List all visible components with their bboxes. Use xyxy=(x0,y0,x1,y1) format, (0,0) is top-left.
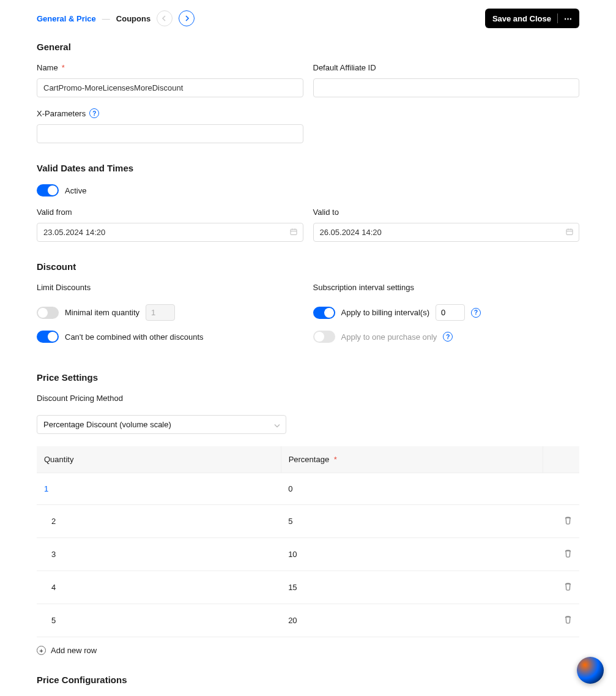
calendar-icon[interactable] xyxy=(290,228,297,237)
breadcrumb-separator: — xyxy=(102,14,110,23)
name-input[interactable] xyxy=(37,78,303,97)
save-close-label: Save and Close xyxy=(492,14,551,23)
limit-discounts-label: Limit Discounts xyxy=(37,283,303,292)
xparams-input[interactable] xyxy=(37,124,303,143)
help-icon[interactable]: ? xyxy=(443,332,453,342)
add-row-button[interactable]: + Add new row xyxy=(37,646,579,655)
section-general-title: General xyxy=(37,42,579,52)
valid-from-input[interactable] xyxy=(37,223,303,242)
button-divider xyxy=(557,13,558,23)
percentage-cell[interactable]: 20 xyxy=(281,604,543,637)
help-icon[interactable]: ? xyxy=(471,308,481,318)
breadcrumb: General & Price — Coupons xyxy=(37,10,195,26)
breadcrumb-coupons[interactable]: Coupons xyxy=(116,14,150,23)
name-label: Name * xyxy=(37,63,303,72)
apply-one-toggle xyxy=(313,331,335,343)
table-row[interactable]: 310 xyxy=(37,538,579,571)
calendar-icon[interactable] xyxy=(566,228,573,237)
section-valid-dates-title: Valid Dates and Times xyxy=(37,163,579,173)
valid-from-label: Valid from xyxy=(37,208,303,217)
section-price-configs-title: Price Configurations xyxy=(37,675,579,685)
table-row[interactable]: 25 xyxy=(37,505,579,538)
quantity-cell[interactable]: 5 xyxy=(37,604,281,637)
section-price-settings-title: Price Settings xyxy=(37,372,579,383)
apply-one-label: Apply to one purchase only xyxy=(341,332,437,342)
percentage-cell[interactable]: 10 xyxy=(281,538,543,571)
active-toggle[interactable] xyxy=(37,184,59,196)
svg-rect-4 xyxy=(566,229,573,234)
trash-icon[interactable] xyxy=(564,517,572,526)
valid-to-label: Valid to xyxy=(313,208,580,217)
apply-billing-input[interactable] xyxy=(436,304,465,321)
row-actions-cell xyxy=(543,604,579,637)
table-row[interactable]: 415 xyxy=(37,571,579,604)
table-row[interactable]: 10 xyxy=(37,473,579,505)
quantity-cell[interactable]: 4 xyxy=(37,571,281,604)
plus-icon: + xyxy=(37,646,46,655)
chevron-right-icon xyxy=(184,15,190,21)
required-marker: * xyxy=(334,455,337,464)
percentage-cell[interactable]: 15 xyxy=(281,571,543,604)
required-marker: * xyxy=(62,63,65,72)
next-step-button[interactable] xyxy=(179,10,195,26)
breadcrumb-general-price[interactable]: General & Price xyxy=(37,14,96,23)
save-close-button[interactable]: Save and Close ⋯ xyxy=(485,9,579,28)
add-row-label: Add new row xyxy=(51,646,97,655)
no-combine-label: Can't be combined with other discounts xyxy=(65,332,204,342)
help-fab[interactable] xyxy=(577,657,604,684)
prev-step-button[interactable] xyxy=(157,10,173,26)
sub-interval-label: Subscription interval settings xyxy=(313,283,580,292)
trash-icon[interactable] xyxy=(564,616,572,626)
quantity-header: Quantity xyxy=(37,446,281,473)
volume-scale-table: Quantity Percentage * 1025310415520 xyxy=(37,446,579,637)
chevron-left-icon xyxy=(161,15,168,21)
min-item-qty-toggle[interactable] xyxy=(37,307,59,319)
row-actions-cell xyxy=(543,538,579,571)
section-discount-title: Discount xyxy=(37,261,579,272)
help-icon[interactable]: ? xyxy=(89,108,99,118)
affiliate-id-label: Default Affiliate ID xyxy=(313,63,580,72)
quantity-cell[interactable]: 3 xyxy=(37,538,281,571)
top-bar: General & Price — Coupons Save and Close… xyxy=(37,9,579,28)
quantity-cell[interactable]: 2 xyxy=(37,505,281,538)
pricing-method-select[interactable]: Percentage Discount (volume scale) xyxy=(37,415,286,434)
row-actions-cell xyxy=(543,473,579,505)
affiliate-id-input[interactable] xyxy=(313,78,580,97)
min-item-qty-label: Minimal item quantity xyxy=(65,308,139,317)
row-actions-cell xyxy=(543,571,579,604)
percentage-cell[interactable]: 0 xyxy=(281,473,543,505)
percentage-header: Percentage * xyxy=(281,446,543,473)
trash-icon[interactable] xyxy=(564,550,572,559)
row-actions-cell xyxy=(543,505,579,538)
active-label: Active xyxy=(65,186,86,195)
table-row[interactable]: 520 xyxy=(37,604,579,637)
min-item-qty-input xyxy=(146,304,175,321)
xparams-label: X-Parameters ? xyxy=(37,108,303,118)
quantity-cell[interactable]: 1 xyxy=(37,473,281,505)
no-combine-toggle[interactable] xyxy=(37,331,59,343)
valid-to-input[interactable] xyxy=(313,223,580,242)
apply-billing-label: Apply to billing interval(s) xyxy=(341,308,430,317)
trash-icon[interactable] xyxy=(564,583,572,593)
svg-rect-0 xyxy=(291,229,297,234)
apply-billing-toggle[interactable] xyxy=(313,307,335,319)
percentage-cell[interactable]: 5 xyxy=(281,505,543,538)
pricing-method-label: Discount Pricing Method xyxy=(37,394,579,403)
more-options-icon[interactable]: ⋯ xyxy=(564,14,572,23)
